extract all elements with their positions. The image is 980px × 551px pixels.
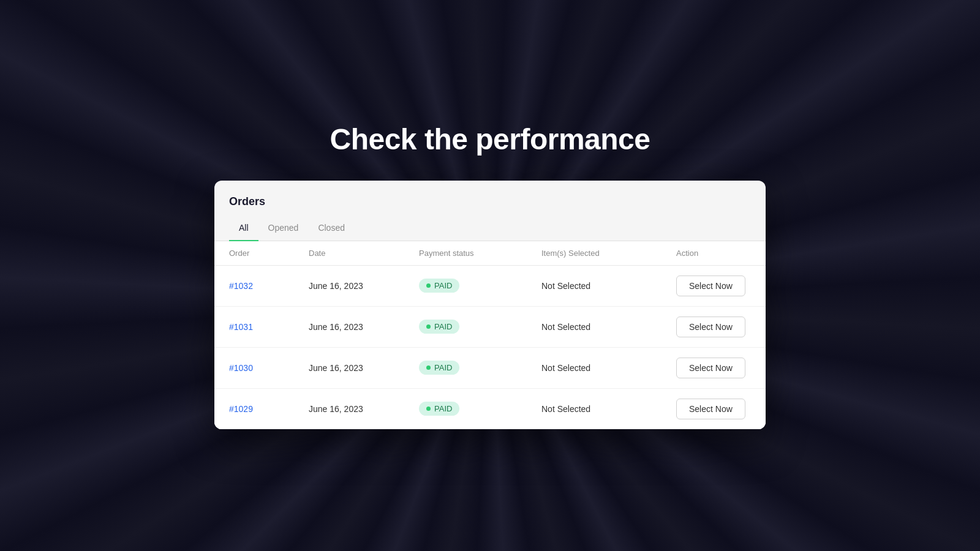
paid-dot — [426, 283, 431, 288]
page-title: Check the performance — [330, 122, 650, 156]
items-cell: Not Selected — [541, 363, 676, 373]
paid-label: PAID — [434, 404, 452, 413]
tab-closed[interactable]: Closed — [308, 218, 355, 241]
orders-card: Orders All Opened Closed Order Date Paym… — [214, 181, 766, 429]
col-header-order: Order — [229, 249, 309, 258]
action-cell: Select Now — [676, 317, 751, 337]
payment-badge: PAID — [419, 320, 459, 334]
tab-all[interactable]: All — [229, 218, 258, 241]
orders-heading: Orders — [214, 195, 766, 218]
col-header-items: Item(s) Selected — [541, 249, 676, 258]
table-row: #1030 June 16, 2023 PAID Not Selected Se… — [214, 348, 766, 389]
paid-dot — [426, 407, 431, 411]
tabs-container: All Opened Closed — [214, 218, 766, 241]
main-content: Check the performance Orders All Opened … — [214, 122, 766, 429]
select-now-button[interactable]: Select Now — [676, 399, 745, 419]
select-now-button[interactable]: Select Now — [676, 358, 745, 378]
payment-cell: PAID — [419, 361, 541, 375]
paid-label: PAID — [434, 322, 452, 331]
payment-badge: PAID — [419, 361, 459, 375]
select-now-button[interactable]: Select Now — [676, 276, 745, 296]
paid-dot — [426, 365, 431, 370]
col-header-action: Action — [676, 249, 751, 258]
date-cell: June 16, 2023 — [309, 363, 419, 373]
order-cell: #1029 — [229, 403, 309, 414]
action-cell: Select Now — [676, 358, 751, 378]
table-container: Order Date Payment status Item(s) Select… — [214, 241, 766, 429]
action-cell: Select Now — [676, 399, 751, 419]
payment-cell: PAID — [419, 402, 541, 416]
order-link[interactable]: #1032 — [229, 281, 253, 291]
table-row: #1031 June 16, 2023 PAID Not Selected Se… — [214, 307, 766, 348]
order-cell: #1031 — [229, 321, 309, 332]
items-cell: Not Selected — [541, 281, 676, 291]
items-cell: Not Selected — [541, 322, 676, 332]
order-link[interactable]: #1029 — [229, 404, 253, 414]
payment-badge: PAID — [419, 402, 459, 416]
payment-cell: PAID — [419, 279, 541, 293]
table-row: #1032 June 16, 2023 PAID Not Selected Se… — [214, 266, 766, 307]
tab-opened[interactable]: Opened — [258, 218, 309, 241]
order-link[interactable]: #1030 — [229, 363, 253, 373]
action-cell: Select Now — [676, 276, 751, 296]
order-cell: #1032 — [229, 280, 309, 291]
paid-label: PAID — [434, 281, 452, 290]
col-header-date: Date — [309, 249, 419, 258]
table-header: Order Date Payment status Item(s) Select… — [214, 241, 766, 266]
payment-badge: PAID — [419, 279, 459, 293]
date-cell: June 16, 2023 — [309, 404, 419, 414]
date-cell: June 16, 2023 — [309, 322, 419, 332]
order-cell: #1030 — [229, 362, 309, 373]
date-cell: June 16, 2023 — [309, 281, 419, 291]
table-row: #1029 June 16, 2023 PAID Not Selected Se… — [214, 389, 766, 429]
order-link[interactable]: #1031 — [229, 322, 253, 332]
paid-dot — [426, 324, 431, 329]
items-cell: Not Selected — [541, 404, 676, 414]
payment-cell: PAID — [419, 320, 541, 334]
select-now-button[interactable]: Select Now — [676, 317, 745, 337]
paid-label: PAID — [434, 363, 452, 372]
col-header-payment: Payment status — [419, 249, 541, 258]
